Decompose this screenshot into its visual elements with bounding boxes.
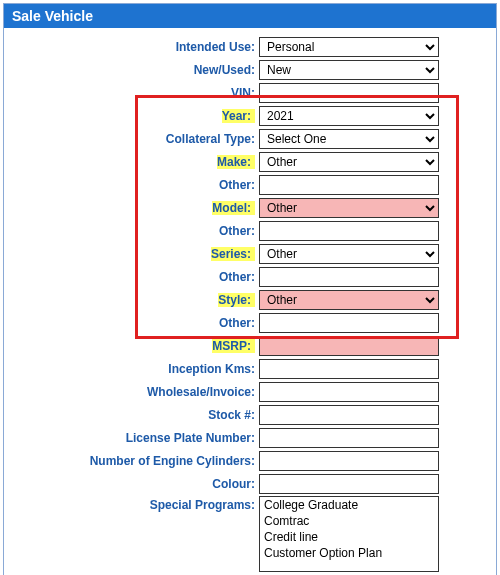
stock-label: Stock #: — [4, 408, 259, 422]
intended-use-label: Intended Use: — [4, 40, 259, 54]
list-item[interactable]: Credit line — [260, 529, 438, 545]
colour-input[interactable] — [259, 474, 439, 494]
form-area: Intended Use: Personal New/Used: New VIN… — [4, 28, 496, 575]
make-label: Make: — [217, 155, 255, 169]
model-other-label: Other: — [4, 224, 259, 238]
cylinders-input[interactable] — [259, 451, 439, 471]
msrp-input[interactable] — [259, 336, 439, 356]
series-other-input[interactable] — [259, 267, 439, 287]
new-used-select[interactable]: New — [259, 60, 439, 80]
wholesale-input[interactable] — [259, 382, 439, 402]
year-select[interactable]: 2021 — [259, 106, 439, 126]
new-used-label: New/Used: — [4, 63, 259, 77]
collateral-type-label: Collateral Type: — [4, 132, 259, 146]
series-select[interactable]: Other — [259, 244, 439, 264]
intended-use-select[interactable]: Personal — [259, 37, 439, 57]
vin-input[interactable] — [259, 83, 439, 103]
colour-label: Colour: — [4, 477, 259, 491]
vin-label: VIN: — [4, 86, 259, 100]
model-label: Model: — [212, 201, 255, 215]
special-programs-label: Special Programs: — [4, 496, 259, 512]
plate-input[interactable] — [259, 428, 439, 448]
model-other-input[interactable] — [259, 221, 439, 241]
inception-kms-input[interactable] — [259, 359, 439, 379]
year-label: Year: — [222, 109, 255, 123]
wholesale-label: Wholesale/Invoice: — [4, 385, 259, 399]
special-programs-listbox[interactable]: College GraduateComtracCredit lineCustom… — [259, 496, 439, 572]
style-label: Style: — [218, 293, 255, 307]
msrp-label: MSRP: — [212, 339, 255, 353]
style-select[interactable]: Other — [259, 290, 439, 310]
make-other-input[interactable] — [259, 175, 439, 195]
plate-label: License Plate Number: — [4, 431, 259, 445]
series-label: Series: — [211, 247, 255, 261]
make-select[interactable]: Other — [259, 152, 439, 172]
style-other-input[interactable] — [259, 313, 439, 333]
style-other-label: Other: — [4, 316, 259, 330]
inception-kms-label: Inception Kms: — [4, 362, 259, 376]
make-other-label: Other: — [4, 178, 259, 192]
list-item[interactable]: Customer Option Plan — [260, 545, 438, 561]
cylinders-label: Number of Engine Cylinders: — [4, 454, 259, 468]
model-select[interactable]: Other — [259, 198, 439, 218]
stock-input[interactable] — [259, 405, 439, 425]
panel-title: Sale Vehicle — [4, 4, 496, 28]
series-other-label: Other: — [4, 270, 259, 284]
list-item[interactable]: College Graduate — [260, 497, 438, 513]
collateral-type-select[interactable]: Select One — [259, 129, 439, 149]
list-item[interactable]: Comtrac — [260, 513, 438, 529]
sale-vehicle-panel: Sale Vehicle Intended Use: Personal New/… — [3, 3, 497, 575]
